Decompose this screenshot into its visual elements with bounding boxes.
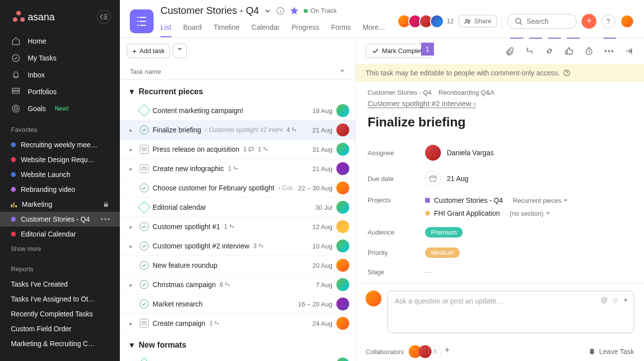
add-collaborator-placeholder[interactable]	[429, 345, 441, 358]
collapse-sidebar-icon[interactable]	[97, 10, 111, 24]
complete-toggle[interactable]	[138, 104, 150, 117]
add-task-dropdown[interactable]	[173, 44, 187, 58]
tab-forms[interactable]: Forms	[331, 19, 351, 37]
assignee-avatar[interactable]	[336, 220, 349, 233]
sidebar-favorite-item[interactable]: Marketing	[0, 197, 120, 212]
tab-progress[interactable]: Progress	[291, 19, 319, 37]
leave-task-button[interactable]: Leave Task	[588, 348, 634, 356]
sidebar-favorite-item[interactable]: Website Design Requ…	[0, 152, 120, 167]
add-task-button[interactable]: +Add task	[127, 44, 170, 58]
task-row[interactable]: ▸Customer spotlight #2 interview310 Aug	[120, 237, 355, 256]
search-box[interactable]	[507, 14, 577, 29]
field-due-date[interactable]: Due date 21 Aug	[368, 166, 632, 191]
parent-task-link[interactable]: Customer spotlight #2 interview ›	[368, 99, 476, 108]
complete-toggle[interactable]	[140, 145, 149, 154]
sidebar-report-item[interactable]: Tasks I've Assigned to Others	[0, 292, 120, 306]
project-tag-2[interactable]: FHI Grant Application (no section)	[425, 209, 568, 217]
close-panel-icon[interactable]	[624, 47, 634, 56]
attachment-icon[interactable]	[505, 47, 515, 56]
complete-toggle[interactable]	[140, 241, 149, 250]
task-row[interactable]: Content marketing campaign!18 Aug	[120, 101, 355, 120]
nav-inbox[interactable]: Inbox	[0, 66, 120, 83]
assignee-avatar[interactable]	[336, 259, 349, 272]
nav-portfolios[interactable]: Portfolios	[0, 83, 120, 100]
info-icon[interactable]	[276, 6, 285, 15]
complete-toggle[interactable]	[140, 183, 149, 192]
show-more[interactable]: Show more	[0, 241, 120, 256]
assignee-avatar[interactable]	[336, 123, 349, 136]
task-row[interactable]: ▸PDF Proofing16 Aug	[120, 355, 355, 361]
user-avatar[interactable]	[620, 14, 634, 28]
task-row[interactable]: Market research16 – 20 Aug	[120, 295, 355, 314]
like-icon[interactable]	[565, 47, 575, 56]
emoji-icon[interactable]: ☺	[612, 296, 619, 304]
logo[interactable]: asana	[13, 11, 55, 23]
sidebar-favorite-item[interactable]: Editorial Calendar	[0, 227, 120, 241]
expand-chevron[interactable]: ▸	[130, 243, 136, 249]
tab-calendar[interactable]: Calendar	[252, 19, 280, 37]
project-icon[interactable]	[130, 9, 154, 33]
tab-more[interactable]: More…	[363, 19, 385, 37]
complete-toggle[interactable]	[138, 358, 150, 361]
more-icon[interactable]: •••	[101, 215, 111, 223]
nav-home[interactable]: Home	[0, 33, 120, 50]
assignee-avatar[interactable]	[336, 181, 349, 194]
help-icon[interactable]	[563, 69, 571, 77]
quick-add-button[interactable]: +	[582, 14, 596, 29]
assignee-avatar[interactable]	[336, 201, 349, 214]
link-icon[interactable]	[545, 47, 555, 56]
section-header[interactable]: ▾Recurrent pieces	[120, 80, 355, 101]
complete-toggle[interactable]	[140, 300, 149, 308]
help-button[interactable]: ?	[601, 14, 615, 28]
tab-board[interactable]: Board	[183, 19, 202, 37]
complete-toggle[interactable]	[140, 280, 149, 289]
task-row[interactable]: ▸Christmas campaign67 Aug	[120, 275, 355, 295]
chevron-down-icon[interactable]	[339, 68, 345, 75]
chevron-down-icon[interactable]	[264, 7, 271, 14]
add-collaborator-button[interactable]: +	[444, 345, 450, 358]
complete-toggle[interactable]	[138, 201, 150, 213]
expand-chevron[interactable]: ▸	[130, 166, 136, 172]
comment-input[interactable]: Ask a question or post an update… @ ☺ ✦	[387, 291, 634, 333]
nav-goals[interactable]: GoalsNew!	[0, 100, 120, 117]
complete-toggle[interactable]	[140, 319, 149, 328]
assignee-avatar[interactable]	[336, 317, 349, 330]
field-audience[interactable]: Audience Premium	[368, 222, 632, 242]
sidebar-report-item[interactable]: Recently Completed Tasks	[0, 306, 120, 321]
task-row[interactable]: Editorial calendar30 Jul	[120, 198, 355, 217]
sidebar-favorite-item[interactable]: Recruiting weekly mee…	[0, 137, 120, 152]
mention-icon[interactable]: @	[600, 296, 607, 304]
task-title[interactable]: Finalize briefing	[368, 115, 632, 130]
section-header[interactable]: ▾New formats	[120, 333, 355, 355]
project-title[interactable]: Customer Stories - Q4	[161, 5, 259, 16]
search-input[interactable]	[527, 17, 566, 25]
sidebar-report-item[interactable]: Tasks I've Created	[0, 277, 120, 292]
nav-my-tasks[interactable]: My Tasks	[0, 50, 120, 66]
task-row[interactable]: ▸Create new infographic121 Aug	[120, 159, 355, 179]
expand-chevron[interactable]: ▸	[130, 224, 136, 230]
expand-chevron[interactable]: ▸	[130, 127, 136, 133]
sidebar-favorite-item[interactable]: Customer Stories - Q4•••	[0, 212, 120, 227]
star-action-icon[interactable]: ✦	[623, 296, 629, 304]
task-row[interactable]: ▸Press release on acquisition1131 Aug	[120, 140, 355, 159]
sidebar-report-item[interactable]: Marketing & Recruiting Co…	[0, 336, 120, 351]
star-icon[interactable]	[290, 6, 299, 15]
sidebar-favorite-item[interactable]: Rebranding video	[0, 182, 120, 197]
timer-icon[interactable]	[585, 47, 594, 56]
share-button[interactable]: Share	[459, 15, 497, 27]
assignee-avatar[interactable]	[336, 278, 349, 291]
subtask-icon[interactable]	[525, 47, 535, 56]
task-row[interactable]: ▸Create campaign124 Aug	[120, 314, 355, 333]
assignee-avatar[interactable]	[336, 143, 349, 156]
assignee-avatar[interactable]	[336, 298, 349, 310]
sidebar-report-item[interactable]: Custom Field Order	[0, 321, 120, 336]
tab-timeline[interactable]: Timeline	[214, 19, 239, 37]
more-icon[interactable]: •••	[604, 47, 614, 55]
task-row[interactable]: ▸Finalize briefing‹ Customer spotlight #…	[120, 120, 355, 140]
task-row[interactable]: Choose customer for February spotlight‹ …	[120, 179, 355, 198]
assignee-avatar[interactable]	[336, 104, 349, 117]
project-tag-1[interactable]: Customer Stories - Q4 Recurrent pieces	[425, 196, 568, 204]
complete-toggle[interactable]	[140, 222, 149, 231]
complete-toggle[interactable]	[140, 164, 149, 173]
breadcrumb[interactable]: Customer Stories - Q4 Reonboarding Q&A	[368, 89, 632, 96]
